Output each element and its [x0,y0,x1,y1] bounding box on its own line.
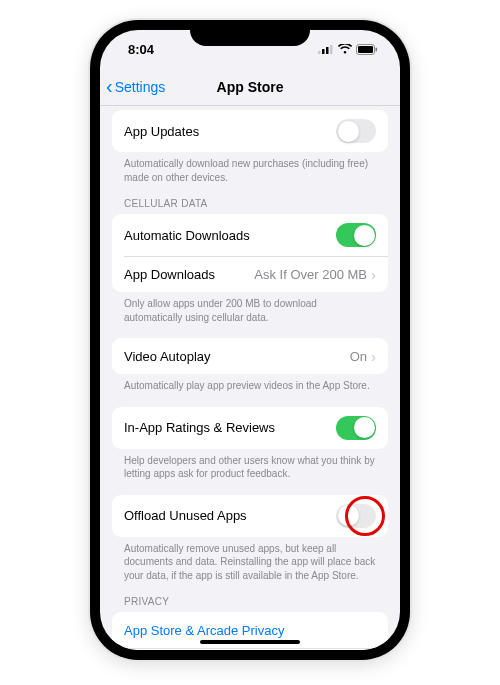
chevron-right-icon: › [371,348,376,365]
automatic-downloads-row: Automatic Downloads [112,214,388,256]
back-button[interactable]: ‹ Settings [100,75,165,98]
wifi-icon [338,44,352,54]
ratings-row: In-App Ratings & Reviews [112,407,388,449]
home-indicator[interactable] [200,640,300,644]
offload-footer: Automatically remove unused apps, but ke… [112,537,388,583]
ratings-toggle[interactable] [336,416,376,440]
privacy-link-personalized[interactable]: Personalized Recommendations [112,648,388,650]
app-updates-footer: Automatically download new purchases (in… [112,152,388,184]
offload-row: Offload Unused Apps [112,495,388,537]
cellular-header: CELLULAR DATA [112,184,388,214]
chevron-right-icon: › [371,266,376,283]
nav-bar: ‹ Settings App Store [100,68,400,106]
video-footer: Automatically play app preview videos in… [112,374,388,393]
svg-rect-1 [322,49,325,54]
app-updates-row: App Updates [112,110,388,152]
svg-rect-6 [376,47,378,51]
automatic-downloads-label: Automatic Downloads [124,228,250,243]
app-downloads-label: App Downloads [124,267,215,282]
battery-icon [356,44,378,55]
page-title: App Store [217,79,284,95]
video-autoplay-label: Video Autoplay [124,349,211,364]
cellular-footer: Only allow apps under 200 MB to download… [112,292,388,324]
back-label: Settings [115,79,166,95]
chevron-left-icon: ‹ [106,75,113,98]
notch [190,20,310,46]
status-icons [318,44,378,55]
app-updates-label: App Updates [124,124,199,139]
phone-frame: 8:04 ‹ Set [90,20,410,660]
screen: 8:04 ‹ Set [100,30,400,650]
content[interactable]: App Updates Automatically download new p… [100,106,400,650]
privacy-link-appstore-label: App Store & Arcade Privacy [124,623,284,638]
offload-toggle[interactable] [336,504,376,528]
svg-rect-2 [326,47,329,54]
video-autoplay-row[interactable]: Video Autoplay On › [112,338,388,374]
svg-rect-0 [318,51,321,54]
automatic-downloads-toggle[interactable] [336,223,376,247]
app-updates-toggle[interactable] [336,119,376,143]
offload-label: Offload Unused Apps [124,508,247,523]
cellular-icon [318,44,334,54]
privacy-header: PRIVACY [112,582,388,612]
svg-rect-5 [358,46,373,53]
app-downloads-row[interactable]: App Downloads Ask If Over 200 MB › [112,256,388,292]
video-autoplay-value: On [350,349,367,364]
svg-rect-3 [330,45,333,54]
app-downloads-value: Ask If Over 200 MB [254,267,367,282]
status-time: 8:04 [128,42,154,57]
ratings-label: In-App Ratings & Reviews [124,420,275,435]
ratings-footer: Help developers and other users know wha… [112,449,388,481]
